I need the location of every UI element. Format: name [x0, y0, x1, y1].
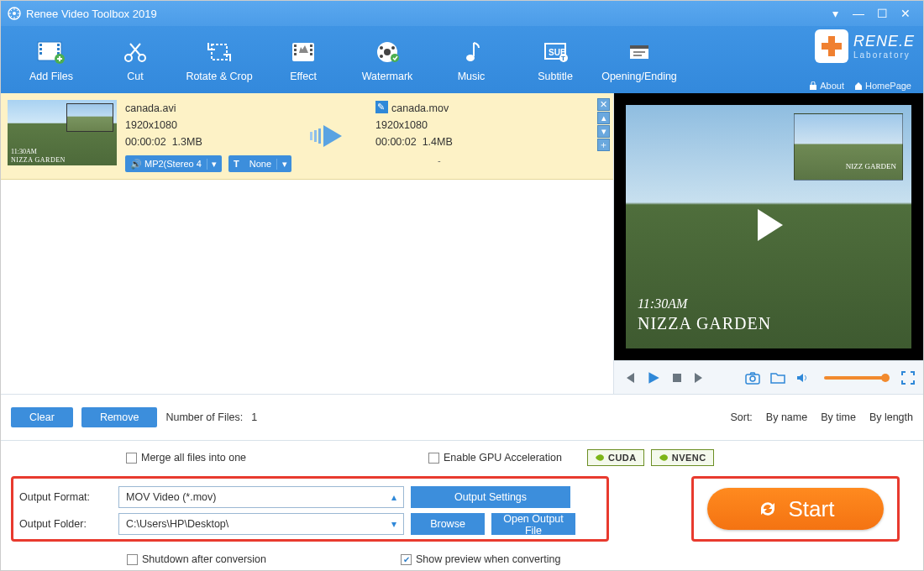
output-folder-select[interactable]: C:\Users\HP\Desktop\ ▾ [118, 513, 404, 535]
src-resolution: 1920x1080 [125, 117, 291, 134]
remove-button[interactable]: Remove [81, 407, 158, 427]
app-title: Renee Video Toolbox 2019 [26, 8, 157, 20]
file-row[interactable]: 11:30AMNIZZA GARDEN canada.avi 1920x1080… [1, 93, 613, 180]
subtitle-button[interactable]: SUBT Subtitle [513, 30, 597, 89]
video-preview[interactable]: NIZZ GARDEN 11:30AM NIZZA GARDEN [614, 93, 923, 360]
svg-rect-37 [810, 85, 816, 90]
watermark-icon [372, 37, 402, 67]
play-overlay-icon[interactable] [748, 204, 790, 249]
svg-point-28 [466, 55, 475, 61]
volume-slider[interactable] [824, 376, 886, 380]
out-size: 1.4MB [423, 136, 453, 148]
toolbar-label: Watermark [362, 71, 413, 82]
brand-name: RENE.E [853, 33, 915, 50]
volume-icon[interactable] [795, 371, 809, 385]
file-count: 1 [251, 411, 257, 423]
row-close-button[interactable]: ✕ [597, 98, 610, 111]
edit-icon[interactable] [375, 101, 388, 113]
effect-button[interactable]: Effect [261, 30, 345, 89]
watermark-button[interactable]: Watermark [345, 30, 429, 89]
src-filename: canada.avi [125, 100, 291, 117]
chevron-down-icon[interactable]: ▾ [276, 159, 291, 170]
svg-rect-6 [39, 52, 42, 55]
audio-tag[interactable]: 🔊 MP2(Stereo 4▾ [125, 155, 222, 172]
show-preview-checkbox[interactable]: ✔Show preview when converting [401, 553, 560, 565]
row-down-button[interactable]: ▾ [597, 125, 610, 138]
add-files-button[interactable]: Add Files [9, 30, 93, 89]
shutdown-checkbox[interactable]: Shutdown after conversion [127, 553, 266, 565]
svg-rect-18 [310, 45, 312, 47]
effect-icon [288, 37, 318, 67]
brand-cross-icon [815, 29, 848, 63]
about-link[interactable]: About [809, 81, 844, 91]
svg-point-43 [750, 376, 755, 381]
list-action-bar: Clear Remove Number of Files: 1 Sort: By… [1, 394, 923, 440]
maximize-button[interactable]: ☐ [871, 5, 893, 22]
output-settings-button[interactable]: Output Settings [411, 486, 570, 508]
main-toolbar: Add Files Cut Rotate & Crop Effect Water… [1, 26, 923, 93]
video-thumbnail: 11:30AMNIZZA GARDEN [8, 100, 117, 165]
window-dropdown-button[interactable]: ▾ [824, 5, 846, 22]
start-button[interactable]: Start [707, 488, 884, 530]
nvidia-icon [659, 453, 669, 463]
stop-button[interactable] [671, 372, 683, 384]
convert-arrow-icon [308, 123, 359, 149]
close-button[interactable]: ✕ [895, 5, 916, 22]
svg-rect-8 [57, 48, 60, 50]
svg-rect-19 [310, 49, 312, 51]
fullscreen-button[interactable] [901, 371, 915, 385]
row-add-button[interactable]: ＋ [597, 139, 610, 151]
svg-text:T: T [561, 55, 565, 62]
open-folder-button[interactable] [770, 371, 785, 385]
svg-point-27 [391, 54, 399, 62]
chevron-down-icon[interactable]: ▾ [207, 159, 222, 170]
svg-point-1 [13, 12, 16, 15]
merge-checkbox[interactable]: Merge all files into one [126, 452, 246, 464]
clear-button[interactable]: Clear [11, 407, 73, 427]
home-icon [854, 81, 863, 90]
open-output-button[interactable]: Open Output File [491, 513, 575, 535]
cut-icon [120, 37, 150, 67]
out-resolution: 1920x1080 [375, 117, 453, 134]
subtitle-icon: SUBT [540, 37, 570, 67]
svg-rect-5 [39, 48, 42, 50]
output-format-select[interactable]: MOV Video (*.mov) ▴ [118, 486, 404, 508]
sort-time[interactable]: By time [821, 411, 856, 423]
svg-point-22 [384, 49, 391, 55]
highlight-box-right: Start [691, 476, 900, 542]
preview-pane: NIZZ GARDEN 11:30AM NIZZA GARDEN [614, 93, 923, 394]
gpu-checkbox[interactable]: Enable GPU Acceleration [428, 452, 562, 464]
svg-rect-39 [314, 130, 317, 142]
opening-ending-button[interactable]: Opening/Ending [597, 30, 681, 89]
play-button[interactable] [646, 370, 661, 385]
toolbar-label: Cut [127, 71, 143, 82]
prev-button[interactable] [622, 371, 636, 385]
next-button[interactable] [693, 371, 706, 385]
snapshot-button[interactable] [745, 371, 760, 385]
sort-length[interactable]: By length [869, 411, 913, 423]
toolbar-label: Subtitle [538, 71, 573, 82]
cut-button[interactable]: Cut [93, 30, 177, 89]
format-label: Output Format: [19, 491, 112, 503]
music-button[interactable]: Music [429, 30, 513, 89]
row-up-button[interactable]: ▴ [597, 112, 610, 124]
svg-rect-38 [310, 132, 312, 140]
svg-point-23 [380, 46, 383, 50]
folder-label: Output Folder: [19, 518, 112, 530]
file-list-pane: 11:30AMNIZZA GARDEN canada.avi 1920x1080… [1, 93, 614, 394]
minimize-button[interactable]: — [848, 5, 869, 22]
svg-rect-17 [294, 53, 297, 55]
rotate-crop-button[interactable]: Rotate & Crop [177, 30, 261, 89]
lock-icon [809, 81, 817, 90]
subtitle-tag[interactable]: T None▾ [228, 155, 291, 172]
chevron-up-icon: ▴ [391, 491, 396, 503]
nvenc-badge: NVENC [651, 449, 714, 466]
browse-button[interactable]: Browse [411, 513, 485, 535]
toolbar-label: Rotate & Crop [186, 71, 252, 82]
out-filename: canada.mov [391, 102, 449, 114]
mini-links: About HomePage [809, 81, 911, 91]
homepage-link[interactable]: HomePage [854, 81, 911, 91]
sort-name[interactable]: By name [766, 411, 807, 423]
preview-caption: NIZZA GARDEN [638, 314, 771, 333]
src-size: 1.3MB [172, 136, 202, 148]
